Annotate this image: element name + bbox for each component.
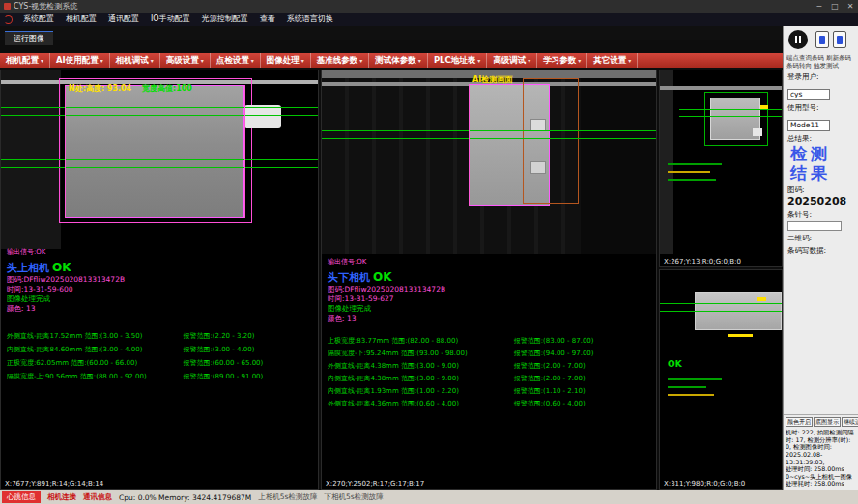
maximize-button[interactable]: □ [827, 0, 843, 13]
alarm-range: 报警范围:(1.10 - 2.10) [514, 385, 586, 398]
measure-value: 内侧直线-距离1.93mm 范围:(1.00 - 2.20) [328, 385, 514, 398]
stats-line: 0, 检测图像时间: [786, 443, 856, 451]
overlay-left-text: N处:高度: 93.04 [69, 84, 131, 93]
code-label: 图码: [787, 185, 854, 195]
sidebar-mini-button[interactable]: 底图显示 [814, 417, 841, 427]
sidebar-mini-button[interactable]: 颜色开启 [786, 417, 813, 427]
aux-ok-text: OK [668, 359, 682, 369]
edge-line [469, 84, 470, 206]
toolbar-item[interactable]: PLC地址表 [428, 53, 487, 68]
minimize-button[interactable]: ─ [812, 0, 827, 13]
output-signal: 输出信号:OK [7, 248, 316, 257]
measurement-rows: 上极宽度:83.77mm 范围:(82.00 - 88.00) 报警范围:(83… [328, 335, 654, 410]
barcode-line: 图码:DFfliw2025020813313472B [7, 275, 316, 285]
needle-input[interactable] [787, 221, 842, 231]
camera-panel-top[interactable]: N处:高度: 93.04 宽度高值:100 输出信号:OK 头上相机OK 图码:… [0, 70, 319, 490]
camera-device-button-1[interactable] [815, 31, 829, 48]
measure-value: 外侧直线-距离4.38mm 范围:(3.00 - 9.00) [328, 360, 514, 373]
camera-name: 头上相机 [7, 262, 49, 274]
toolbar-item[interactable]: 学习参数 [537, 53, 587, 68]
measurement-row: 内侧直线-距离1.93mm 范围:(1.00 - 2.20) 报警范围:(1.1… [328, 385, 654, 398]
camera-icon [837, 36, 843, 44]
toolbar-item[interactable]: AI使用配置 [50, 53, 110, 68]
measure-line [1, 107, 318, 108]
measure-value: 内侧直线-距离84.60mm 范围:(3.00 - 4.00) [7, 343, 183, 356]
menu-item[interactable]: 通讯配置 [102, 14, 145, 23]
camera-panel-aux2[interactable]: OK X:311;Y:980;R:0;G:0;B:0 [659, 269, 783, 490]
camera-view-bottom[interactable]: AI检测画面 [322, 70, 656, 254]
camera-panel-bottom[interactable]: AI检测画面 输出信号:OK 头下相机OK 图码:DFfliw202502081… [321, 70, 657, 490]
color-line: 颜色: 13 [328, 314, 654, 323]
controls-note-2: 条码转向 触发测试 [784, 63, 858, 70]
toolbar-item[interactable]: 相机配置 [0, 53, 50, 68]
camera-view-aux1[interactable] [660, 70, 782, 254]
measurement-row: 上极宽度:83.77mm 范围:(82.00 - 88.00) 报警范围:(83… [328, 335, 654, 348]
status-badge: OK [373, 270, 392, 284]
toolbar-item[interactable]: 高级设置 [160, 53, 211, 68]
window-controls: ─ □ ✕ [812, 0, 858, 13]
measure-line [322, 138, 656, 139]
measurement-row: 隔膜宽度-上:90.56mm 范围:(88.00 - 92.00) 报警范围:(… [7, 370, 316, 383]
measure-line [679, 109, 782, 110]
measure-value: 隔膜宽度-上:90.56mm 范围:(88.00 - 92.00) [7, 370, 183, 383]
dark-right-region [581, 78, 656, 254]
measure-value: 隔膜宽度-下:95.24mm 范围:(93.00 - 98.00) [328, 348, 514, 360]
toolbar-item[interactable]: 相机调试 [110, 53, 160, 68]
menu-item[interactable]: 系统配置 [17, 14, 60, 23]
tab-run-image[interactable]: 运行图像 [5, 31, 53, 45]
marker-yellow [760, 105, 768, 109]
mini-text-dash [668, 394, 714, 396]
cpu-memory-readout: Cpu: 0.0% Memory: 3424.4179687M [119, 493, 251, 502]
toolbar-item[interactable]: 基准线参数 [311, 53, 370, 68]
menu-item[interactable]: 光源控制配置 [196, 14, 254, 23]
result-block-bottom: 输出信号:OK 头下相机OK 图码:DFfliw2025020813313472… [328, 258, 654, 410]
camera-view-aux2[interactable]: OK [660, 270, 782, 475]
result-header: 头下相机OK [328, 266, 654, 285]
menu-item[interactable]: IO手动配置 [145, 14, 196, 23]
heartbeat-status-badge: 心跳信息 [2, 491, 41, 503]
toolbar-item[interactable]: 其它设置 [587, 53, 638, 68]
write-field: 条码写数据: [784, 243, 858, 256]
camera-panel-aux1[interactable]: X:267;Y:13;R:0;G:0;B:0 [659, 70, 783, 267]
pixel-coords-aux2: X:311;Y:980;R:0;G:0;B:0 [664, 480, 745, 488]
camera-view-top[interactable]: N处:高度: 93.04 宽度高值:100 [1, 70, 318, 249]
sidebar-buttons: 颜色开启底图显示继续运行 [786, 417, 856, 427]
measure-line [660, 303, 782, 304]
model-field: 使用型号: Mode11 [784, 100, 858, 131]
model-label: 使用型号: [787, 103, 854, 113]
model-value[interactable]: Mode11 [787, 120, 830, 131]
write-label: 条码写数据: [787, 246, 854, 256]
toolbar-item[interactable]: 点检设置 [211, 53, 261, 68]
time-line: 时间:13-31-59-627 [328, 294, 654, 304]
pixel-coords-top: X:7677;Y:891;R:14;G:14;B:14 [5, 480, 103, 488]
machine-shadow [660, 70, 673, 254]
toolbar-item[interactable]: 图像处理 [261, 53, 311, 68]
connector-part [244, 105, 281, 128]
sidebar: 端点查询条码 刷新条码 条码转向 触发测试 登录用户: cys 使用型号: Mo… [783, 26, 858, 490]
sidebar-mini-button[interactable]: 继续运行 [842, 417, 858, 427]
toolbar-item[interactable]: 高级调试 [487, 53, 537, 68]
camera-device-button-2[interactable] [833, 31, 846, 48]
needle-label: 条针号: [787, 210, 854, 220]
total-result-field: 总结果: 检测 结果 [784, 131, 858, 182]
menu-item[interactable]: 查看 [254, 14, 281, 23]
measure-value: 外侧直线-距离17.52mm 范围:(3.00 - 3.50) [7, 329, 183, 343]
stats-line: 机时: 222, 拍照检测间隔 [786, 429, 856, 436]
login-label: 登录用户: [787, 72, 854, 82]
qr-field: 二维码: [784, 231, 858, 243]
menu-item[interactable]: 相机配置 [60, 14, 102, 23]
login-value[interactable]: cys [787, 89, 830, 100]
camera-connection-status: 相机连接 [47, 492, 76, 502]
alarm-range: 报警范围:(60.00 - 65.00) [183, 356, 263, 370]
qr-label: 二维码: [787, 234, 854, 243]
measurement-row: 正极宽度:62.05mm 范围:(60.00 - 66.00) 报警范围:(60… [7, 356, 316, 370]
mini-text-dash [668, 163, 722, 165]
close-button[interactable]: ✕ [843, 0, 858, 13]
toolbar-item[interactable]: 测试体参数 [369, 53, 428, 68]
menu-item[interactable]: 系统语言切换 [281, 14, 339, 23]
process-line: 图像处理完成 [7, 294, 316, 304]
mini-text-dash [668, 386, 706, 388]
bright-spot [530, 161, 546, 174]
pause-button[interactable] [788, 30, 808, 49]
part-region [65, 85, 244, 218]
